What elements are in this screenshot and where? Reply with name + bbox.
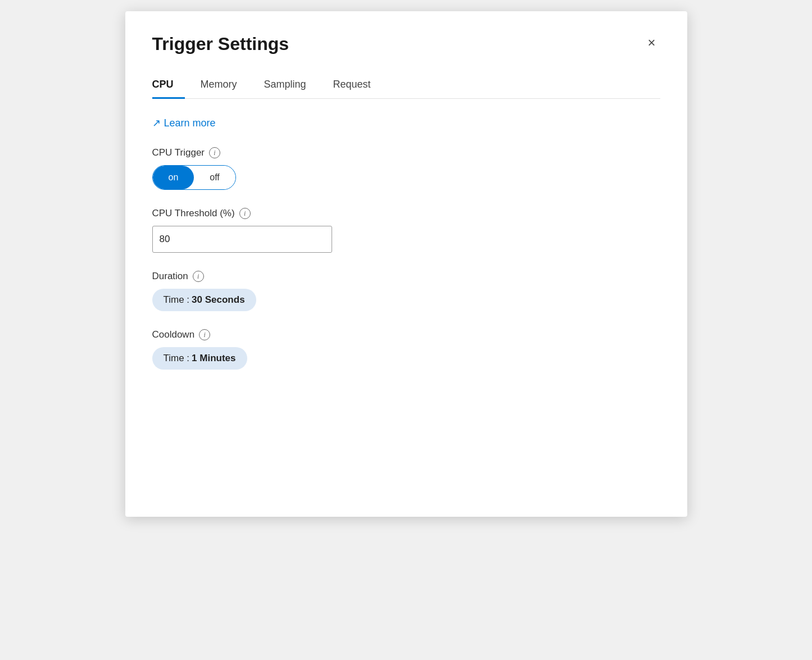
cooldown-label-row: Cooldown i: [152, 329, 660, 340]
cooldown-time-prefix: Time :: [164, 353, 190, 364]
tab-sampling[interactable]: Sampling: [264, 73, 317, 99]
duration-info-icon[interactable]: i: [193, 271, 204, 282]
learn-more-link[interactable]: ↗ Learn more: [152, 117, 216, 129]
cooldown-section: Cooldown i Time : 1 Minutes: [152, 329, 660, 370]
duration-section: Duration i Time : 30 Seconds: [152, 271, 660, 311]
cooldown-info-icon[interactable]: i: [199, 329, 210, 340]
tab-cpu[interactable]: CPU: [152, 73, 185, 99]
cpu-trigger-section: CPU Trigger i on off: [152, 147, 660, 190]
cooldown-time-badge[interactable]: Time : 1 Minutes: [152, 347, 247, 370]
duration-label: Duration: [152, 271, 188, 282]
external-link-icon: ↗: [152, 117, 161, 129]
trigger-settings-dialog: Trigger Settings × CPU Memory Sampling R…: [125, 11, 687, 517]
cpu-threshold-info-icon[interactable]: i: [239, 208, 251, 219]
cpu-trigger-label: CPU Trigger: [152, 147, 205, 158]
cpu-threshold-section: CPU Threshold (%) i: [152, 208, 660, 253]
cpu-threshold-input[interactable]: [152, 226, 332, 253]
toggle-off-button[interactable]: off: [194, 166, 235, 189]
duration-time-badge[interactable]: Time : 30 Seconds: [152, 289, 256, 311]
duration-label-row: Duration i: [152, 271, 660, 282]
cpu-trigger-label-row: CPU Trigger i: [152, 147, 660, 158]
dialog-title: Trigger Settings: [152, 34, 289, 54]
cooldown-time-value: 1 Minutes: [192, 353, 235, 364]
cpu-threshold-label: CPU Threshold (%): [152, 208, 235, 219]
cpu-trigger-toggle[interactable]: on off: [152, 165, 236, 190]
tab-request[interactable]: Request: [333, 73, 382, 99]
tab-bar: CPU Memory Sampling Request: [152, 72, 660, 99]
cpu-trigger-info-icon[interactable]: i: [209, 147, 220, 158]
tab-memory[interactable]: Memory: [201, 73, 248, 99]
cooldown-label: Cooldown: [152, 329, 195, 340]
cpu-threshold-label-row: CPU Threshold (%) i: [152, 208, 660, 219]
duration-time-prefix: Time :: [164, 294, 190, 306]
dialog-header: Trigger Settings ×: [152, 34, 660, 54]
toggle-on-button[interactable]: on: [153, 166, 194, 189]
close-button[interactable]: ×: [643, 34, 660, 52]
learn-more-text: Learn more: [164, 117, 216, 129]
duration-time-value: 30 Seconds: [192, 294, 245, 306]
learn-more-row: ↗ Learn more: [152, 117, 660, 129]
